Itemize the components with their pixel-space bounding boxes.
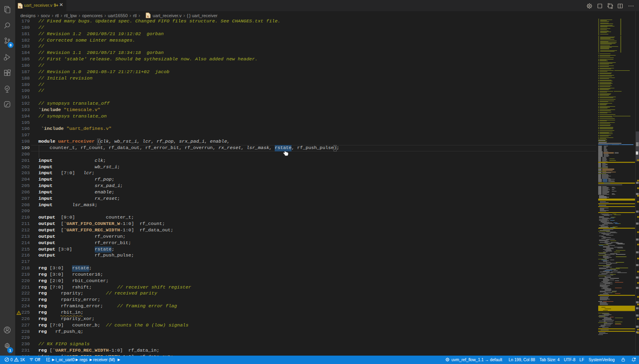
svg-text:v: v: [19, 4, 22, 9]
svg-text:v: v: [147, 14, 149, 18]
